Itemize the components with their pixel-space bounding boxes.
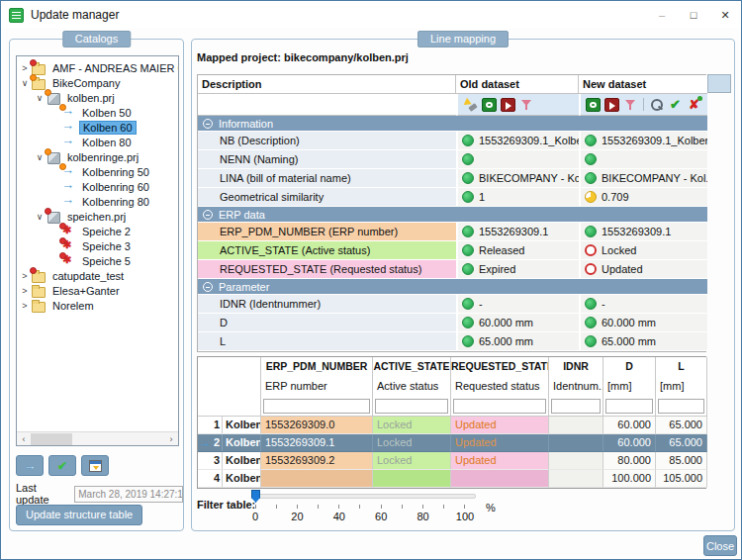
filter-window-button[interactable] [81,455,109,476]
value-text: 65.000 mm [479,335,533,347]
bt-column-header-d[interactable]: D [603,357,656,377]
tree-item-label: kolbenringe.prj [64,151,141,163]
table-row-3-kolben-80[interactable]: 3Kolben 801553269309.2LockedUpdated80.00… [198,452,705,470]
status-green-icon [462,244,474,256]
old-dataset-value: 65.000 mm [456,332,579,351]
tree-item-kolben-60[interactable]: Kolben 60 [17,120,178,135]
filter-slider-track[interactable] [254,494,476,499]
apply-icon[interactable]: ✔ [668,98,683,112]
tree-item-kolben-prj[interactable]: ∨kolben.prj [17,90,178,105]
discard-icon[interactable]: ✘ [687,98,701,112]
column-filter-input[interactable] [375,399,448,414]
column-filter-input[interactable] [453,399,546,414]
status-green-icon [462,135,474,146]
tree-item-kolbenringe-prj[interactable]: ∨kolbenringe.prj [17,149,178,164]
tree-item-label: Kolbenring 50 [79,166,152,178]
tick-label: 80 [409,511,438,522]
tree-item-speiche-5[interactable]: Speiche 5 [17,253,178,268]
expand-icon[interactable]: > [19,63,31,73]
accept-button[interactable]: ✔ [48,455,76,476]
status-red-icon [585,244,597,256]
new-dataset-value: - [579,295,707,314]
maximize-button[interactable]: □ [678,1,709,29]
titlebar: Update manager – □ ✕ [1,1,741,29]
mapping-row-label: L [198,332,456,351]
tree-item-norelem[interactable]: >Norelem [17,298,178,313]
new-dataset-value: 60.000 mm [579,314,707,332]
tree-item-kolbenring-80[interactable]: Kolbenring 80 [17,194,178,209]
catalogs-panel: Catalogs >AMF - ANDREAS MAIER GMI∨BikeCo… [9,39,184,531]
export-icon[interactable] [501,98,515,112]
expand-icon[interactable]: > [19,301,31,311]
collapse-icon[interactable]: ∨ [34,152,46,162]
bt-column-header-requested-state[interactable]: REQUESTED_STATE [451,357,549,377]
table-row-1-kolben-60[interactable]: 1Kolben 601553269309.0LockedUpdated60.00… [198,417,705,434]
update-structure-table-button[interactable]: Update structure table [16,505,142,525]
collapse-section-icon[interactable] [203,210,213,220]
column-filter-input[interactable] [551,399,601,414]
toolbar-separator [643,98,644,111]
filter-icon[interactable] [623,98,638,112]
collapse-icon[interactable]: ∨ [19,78,31,88]
bt-column-header-erp-pdm-number[interactable]: ERP_PDM_NUMBER [261,357,373,377]
tree-item-kolbenring-60[interactable]: Kolbenring 60 [17,179,178,194]
old-dataset-value: 60.000 mm [456,314,579,332]
bt-column-header-idnr[interactable]: IDNR [549,357,603,377]
column-header-old-dataset[interactable]: Old dataset [456,75,579,94]
collapse-section-icon[interactable] [203,119,213,129]
table-row-2-kolben-60[interactable]: →2Kolben 601553269309.1LockedUpdated60.0… [198,434,705,452]
window-title: Update manager [31,8,119,22]
expand-icon[interactable]: > [19,286,31,296]
tree-item-speichen-prj[interactable]: ∨speichen.prj [17,209,178,224]
flashlight-icon[interactable] [463,98,478,112]
tree-item-kolbenring-50[interactable]: Kolbenring 50 [17,164,178,179]
tree-item-speiche-2[interactable]: Speiche 2 [17,224,178,238]
tree-item-speiche-3[interactable]: Speiche 3 [17,238,178,253]
accept-icon[interactable] [482,98,497,112]
mapping-row-label: D [198,314,456,332]
tree-item-amf-andreas-maier-gmi[interactable]: >AMF - ANDREAS MAIER GMI [17,60,178,75]
close-window-button[interactable]: ✕ [709,1,741,29]
tree-item-bikecompany[interactable]: ∨BikeCompany [17,75,178,90]
bt-column-header-active-state[interactable]: ACTIVE_STATE [373,357,451,377]
filter-icon[interactable] [519,98,534,112]
map-arrow-button[interactable]: → [16,455,44,476]
bt-column-header-l[interactable]: L [656,357,707,377]
table-corner-button[interactable] [707,74,731,93]
tree-item-label: catupdate_test [49,270,127,282]
column-filter-input[interactable] [263,399,370,414]
collapse-icon[interactable]: ∨ [34,212,46,222]
column-header-description[interactable]: Description [198,75,456,94]
tree-item-elesa-ganter[interactable]: >Elesa+Ganter [17,283,178,298]
column-filter-input[interactable] [605,399,653,414]
export-icon[interactable] [604,98,619,112]
scroll-right-icon[interactable]: › [164,434,178,444]
tree-item-kolben-80[interactable]: Kolben 80 [17,135,178,149]
tree-item-catupdate-test[interactable]: >catupdate_test [17,268,178,283]
update-badge-icon [45,89,51,96]
section-header-parameter[interactable]: Parameter [198,279,707,295]
accept-icon[interactable] [586,98,601,112]
section-header-erp-data[interactable]: ERP data [198,207,707,223]
bt-column-header-row[interactable] [198,357,261,377]
column-header-new-dataset[interactable]: New dataset [579,75,707,94]
close-button[interactable]: Close [703,535,737,556]
scroll-left-icon[interactable]: ‹ [17,434,31,444]
status-green-icon [462,172,474,184]
tree-horizontal-scrollbar[interactable]: ‹ › [17,431,178,445]
cell-erp-number [261,470,373,488]
section-title: ERP data [219,209,265,221]
minimize-button[interactable]: – [646,1,678,29]
tree-item-kolben-50[interactable]: Kolben 50 [17,105,178,120]
bt-filter-cell [451,397,549,417]
column-filter-input[interactable] [658,399,704,414]
table-row-4-kolben-100[interactable]: 4Kolben 100100.000105.000 [198,470,705,488]
collapse-section-icon[interactable] [203,282,213,292]
bt-column-subheader: ERP number [261,377,373,397]
expand-icon[interactable]: > [19,271,31,281]
collapse-icon[interactable]: ∨ [34,93,46,103]
section-header-information[interactable]: Information [198,116,707,132]
search-icon[interactable] [649,98,664,112]
scrollbar-thumb[interactable] [31,433,72,445]
cell-idnr [549,452,603,470]
